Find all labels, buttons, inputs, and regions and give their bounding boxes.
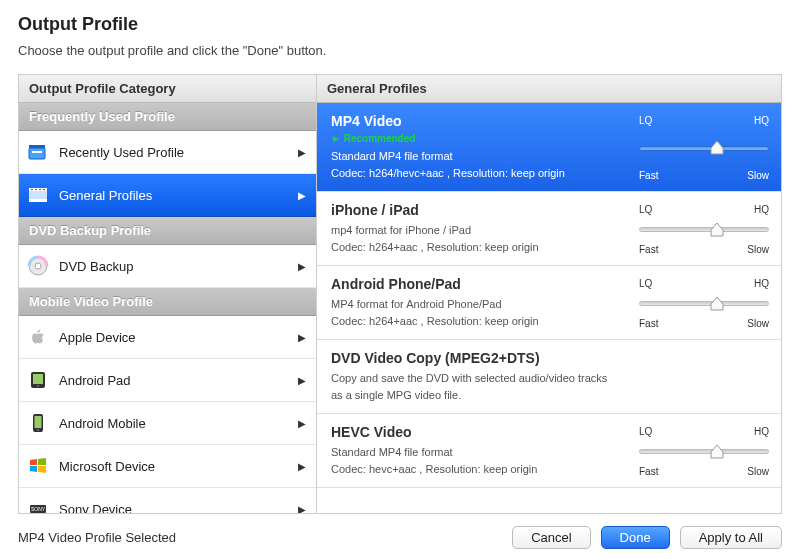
svg-point-17 xyxy=(37,429,39,431)
sidebar-item[interactable]: Android Pad▶ xyxy=(19,359,316,402)
content: General Profiles MP4 Video► RecommendedS… xyxy=(317,75,781,513)
apply-all-button[interactable]: Apply to All xyxy=(680,526,782,549)
profile-codec: Codec: h264/hevc+aac , Resolution: keep … xyxy=(331,165,629,182)
hq-label: HQ xyxy=(754,115,769,126)
slider-track xyxy=(639,301,769,306)
chevron-right-icon: ▶ xyxy=(298,375,306,386)
fast-label: Fast xyxy=(639,318,658,329)
profiles-list: MP4 Video► RecommendedStandard MP4 file … xyxy=(317,103,781,513)
profile-item[interactable]: iPhone / iPadmp4 format for iPhone / iPa… xyxy=(317,192,781,266)
profile-codec: Codec: h264+aac , Resolution: keep origi… xyxy=(331,239,629,256)
status-text: MP4 Video Profile Selected xyxy=(18,530,502,545)
lq-label: LQ xyxy=(639,115,652,126)
slow-label: Slow xyxy=(747,318,769,329)
quality-block: LQHQFastSlow xyxy=(639,424,769,477)
slider-track xyxy=(639,227,769,232)
sidebar-item-label: Sony Device xyxy=(59,502,132,514)
quality-slider[interactable] xyxy=(639,139,769,157)
slider-track xyxy=(639,146,769,151)
svg-text:SONY: SONY xyxy=(31,506,46,512)
page-subtitle: Choose the output profile and click the … xyxy=(18,43,782,58)
profile-item[interactable]: MP4 Video► RecommendedStandard MP4 file … xyxy=(317,103,781,192)
hq-label: HQ xyxy=(754,204,769,215)
quality-slider[interactable] xyxy=(639,221,769,239)
cancel-button[interactable]: Cancel xyxy=(512,526,590,549)
profile-desc: Standard MP4 file format xyxy=(331,148,629,165)
profile-info: DVD Video Copy (MPEG2+DTS)Copy and save … xyxy=(331,350,769,403)
profile-info: Android Phone/PadMP4 format for Android … xyxy=(331,276,629,329)
sidebar-item[interactable]: DVD Backup▶ xyxy=(19,245,316,288)
slider-thumb-icon[interactable] xyxy=(709,444,725,460)
profile-item[interactable]: HEVC VideoStandard MP4 file formatCodec:… xyxy=(317,414,781,488)
sidebar-item[interactable]: Recently Used Profile▶ xyxy=(19,131,316,174)
quality-slider[interactable] xyxy=(639,295,769,313)
lq-label: LQ xyxy=(639,278,652,289)
slider-thumb-icon[interactable] xyxy=(709,140,725,156)
profile-title: HEVC Video xyxy=(331,424,629,440)
profile-info: HEVC VideoStandard MP4 file formatCodec:… xyxy=(331,424,629,477)
sidebar-item[interactable]: Android Mobile▶ xyxy=(19,402,316,445)
slow-label: Slow xyxy=(747,170,769,181)
lq-label: LQ xyxy=(639,204,652,215)
svg-rect-1 xyxy=(29,145,45,148)
done-button[interactable]: Done xyxy=(601,526,670,549)
profile-item[interactable]: DVD Video Copy (MPEG2+DTS)Copy and save … xyxy=(317,340,781,414)
slider-thumb-icon[interactable] xyxy=(709,222,725,238)
android-icon xyxy=(27,369,49,391)
svg-point-8 xyxy=(39,189,41,191)
profile-info: iPhone / iPadmp4 format for iPhone / iPa… xyxy=(331,202,629,255)
svg-point-6 xyxy=(31,189,33,191)
svg-rect-5 xyxy=(29,199,47,202)
main-panel: Output Profile Category Frequently Used … xyxy=(18,74,782,514)
sidebar: Output Profile Category Frequently Used … xyxy=(19,75,317,513)
chevron-right-icon: ▶ xyxy=(298,418,306,429)
svg-point-7 xyxy=(35,189,37,191)
sidebar-item[interactable]: General Profiles▶ xyxy=(19,174,316,217)
apple-icon xyxy=(27,326,49,348)
chevron-right-icon: ▶ xyxy=(298,504,306,514)
sony-icon: SONY xyxy=(27,498,49,513)
disc-icon xyxy=(27,255,49,277)
svg-rect-16 xyxy=(35,416,42,428)
windows-icon xyxy=(27,455,49,477)
svg-rect-0 xyxy=(29,148,45,159)
slider-track xyxy=(639,449,769,454)
profile-title: iPhone / iPad xyxy=(331,202,629,218)
slider-thumb-icon[interactable] xyxy=(709,296,725,312)
svg-point-9 xyxy=(43,189,45,191)
slow-label: Slow xyxy=(747,244,769,255)
sidebar-item-label: Android Mobile xyxy=(59,416,146,431)
profile-title: DVD Video Copy (MPEG2+DTS) xyxy=(331,350,769,366)
chevron-right-icon: ▶ xyxy=(298,261,306,272)
hq-label: HQ xyxy=(754,426,769,437)
quality-slider[interactable] xyxy=(639,443,769,461)
sidebar-section-header: Frequently Used Profile xyxy=(19,103,316,131)
profile-desc: MP4 format for Android Phone/Pad xyxy=(331,296,629,313)
chevron-right-icon: ▶ xyxy=(298,190,306,201)
svg-point-14 xyxy=(37,385,39,387)
film-icon xyxy=(27,184,49,206)
header: Output Profile Choose the output profile… xyxy=(0,0,800,68)
sidebar-item-label: Microsoft Device xyxy=(59,459,155,474)
sidebar-item[interactable]: Microsoft Device▶ xyxy=(19,445,316,488)
profile-info: MP4 Video► RecommendedStandard MP4 file … xyxy=(331,113,629,181)
lq-label: LQ xyxy=(639,426,652,437)
profile-desc: mp4 format for iPhone / iPad xyxy=(331,222,629,239)
profile-item[interactable]: Android Phone/PadMP4 format for Android … xyxy=(317,266,781,340)
svg-point-11 xyxy=(35,263,41,269)
profile-codec: Codec: h264+aac , Resolution: keep origi… xyxy=(331,313,629,330)
sidebar-item[interactable]: SONYSony Device▶ xyxy=(19,488,316,513)
sidebar-item-label: Apple Device xyxy=(59,330,136,345)
sidebar-item-label: Android Pad xyxy=(59,373,131,388)
svg-rect-2 xyxy=(32,151,42,153)
android2-icon xyxy=(27,412,49,434)
footer: MP4 Video Profile Selected Cancel Done A… xyxy=(0,515,800,559)
sidebar-section-header: Mobile Video Profile xyxy=(19,288,316,316)
profile-desc: Copy and save the DVD with selected audi… xyxy=(331,370,769,403)
sidebar-item[interactable]: Apple Device▶ xyxy=(19,316,316,359)
sidebar-section-header: DVD Backup Profile xyxy=(19,217,316,245)
profile-desc: Standard MP4 file format xyxy=(331,444,629,461)
hq-label: HQ xyxy=(754,278,769,289)
profile-title: Android Phone/Pad xyxy=(331,276,629,292)
chevron-right-icon: ▶ xyxy=(298,461,306,472)
